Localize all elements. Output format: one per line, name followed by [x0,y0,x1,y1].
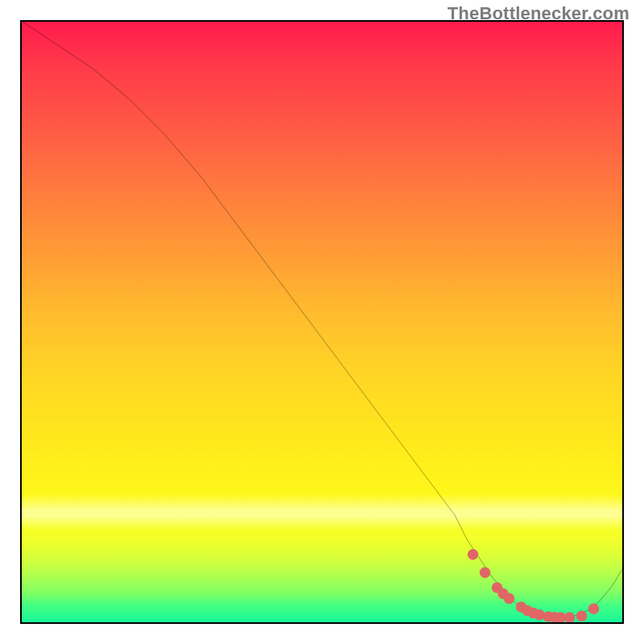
plot-area [20,20,624,624]
data-point [504,593,515,605]
data-point [588,604,600,615]
data-point [480,568,491,579]
marker-group [468,549,600,623]
data-point [534,609,545,621]
bottleneck-curve-path [20,20,624,618]
data-point [564,612,576,623]
bottleneck-chart: TheBottlenecker.com [0,0,644,644]
data-point [468,549,479,560]
data-point [576,610,588,621]
curve-layer [20,20,624,624]
